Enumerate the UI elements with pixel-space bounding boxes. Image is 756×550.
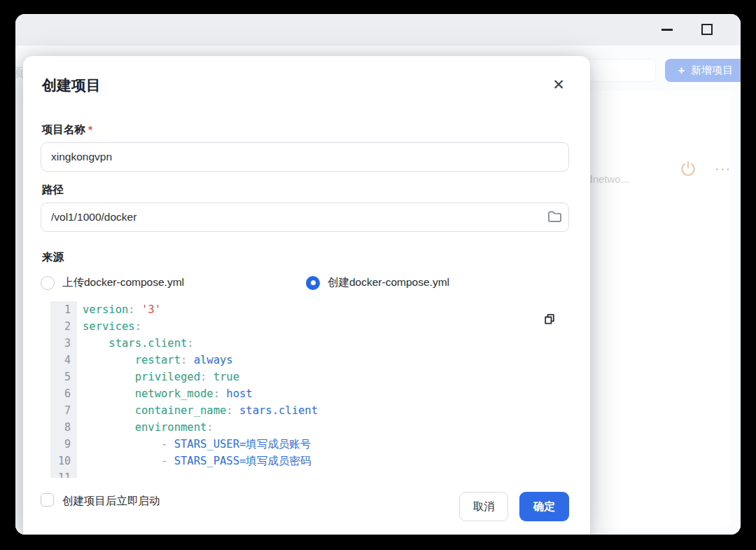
line-number: 7 [50, 402, 77, 419]
line-number: 9 [50, 436, 77, 453]
source-radio-1[interactable]: 创建docker-compose.yml [306, 275, 449, 290]
code-line: 1version: '3' [50, 301, 569, 318]
code-text: network_mode: host [77, 385, 253, 402]
code-text: - STARS_PASS=填写成员密码 [77, 453, 311, 469]
create-project-dialog: 创建项目 ✕ 项目名称* 路径 来源 上传docker-compose.yml创… [23, 56, 590, 535]
start-after-create-label: 创建项目后立即启动 [62, 494, 160, 509]
line-number: 5 [50, 369, 77, 385]
code-text: - STARS_USER=填写成员账号 [77, 436, 311, 453]
code-text: version: '3' [77, 301, 161, 318]
app-window: 项 + 新增项目 ndnetwo... ... 创建项目 ✕ 项目名称* 路径 [15, 14, 741, 535]
radio-label: 创建docker-compose.yml [328, 275, 449, 290]
line-number: 10 [50, 453, 77, 469]
code-text: environment: [77, 419, 214, 436]
minimize-icon[interactable] [662, 29, 673, 31]
window-titlebar [15, 14, 741, 46]
line-number: 8 [50, 419, 77, 436]
browse-folder-button[interactable] [540, 203, 568, 231]
line-number: 6 [50, 385, 77, 402]
maximize-icon[interactable] [701, 24, 713, 35]
path-field [41, 202, 569, 232]
radio-icon[interactable] [306, 276, 320, 290]
code-text: - … [77, 469, 181, 478]
required-asterisk: * [88, 123, 92, 135]
line-number: 3 [50, 335, 77, 352]
code-line: 9 - STARS_USER=填写成员账号 [50, 436, 569, 453]
code-text: restart: always [77, 352, 233, 369]
dialog-title: 创建项目 [42, 76, 101, 95]
start-after-create-checkbox[interactable] [41, 493, 54, 507]
code-line: 3 stars.client: [50, 335, 569, 352]
line-number: 4 [50, 352, 77, 369]
cancel-button[interactable]: 取消 [459, 492, 508, 521]
radio-label: 上传docker-compose.yml [62, 275, 184, 290]
close-icon[interactable]: ✕ [548, 74, 569, 95]
path-label: 路径 [42, 183, 64, 198]
compose-code-editor[interactable]: 1version: '3'2services:3 stars.client:4 … [50, 301, 569, 478]
path-input[interactable] [41, 203, 540, 231]
confirm-button[interactable]: 确定 [519, 492, 569, 521]
code-line: 10 - STARS_PASS=填写成员密码 [50, 453, 569, 469]
line-number: 1 [50, 301, 77, 318]
copy-icon[interactable] [541, 310, 558, 327]
code-line: 5 privileged: true [50, 369, 569, 385]
code-line: 8 environment: [50, 419, 569, 436]
code-text: container_name: stars.client [77, 402, 318, 419]
radio-icon[interactable] [41, 276, 55, 290]
code-line: 6 network_mode: host [50, 385, 569, 402]
line-number: 2 [50, 318, 77, 335]
code-line: 7 container_name: stars.client [50, 402, 569, 419]
code-line: 11 - … [50, 469, 569, 478]
code-line: 2services: [50, 318, 569, 335]
source-radio-0[interactable]: 上传docker-compose.yml [41, 275, 184, 290]
code-text: privileged: true [77, 369, 239, 385]
line-number: 11 [50, 469, 77, 478]
code-line: 4 restart: always [50, 352, 569, 369]
code-text: stars.client: [77, 335, 194, 352]
code-text: services: [77, 318, 141, 335]
source-options: 上传docker-compose.yml创建docker-compose.yml [41, 275, 569, 292]
source-label: 来源 [42, 250, 64, 265]
project-name-input[interactable] [41, 142, 569, 172]
project-name-label: 项目名称* [42, 123, 92, 137]
folder-icon [547, 210, 562, 225]
